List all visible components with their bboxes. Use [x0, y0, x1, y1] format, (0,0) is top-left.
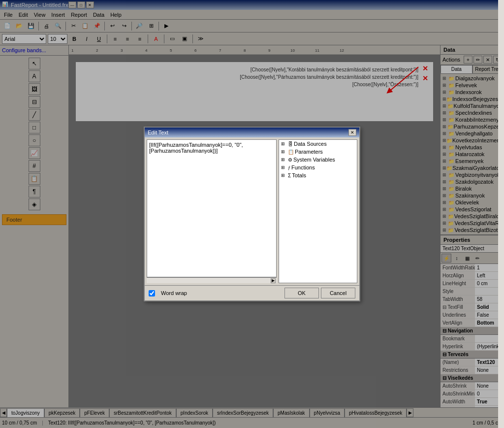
dialog-buttons: OK Cancel	[284, 288, 355, 298]
dialog-cancel-button[interactable]: Cancel	[321, 288, 355, 298]
dialog-footer: Word wrap OK Cancel	[145, 285, 359, 300]
dialog-body: [IIf([ParhuzamosTanulmanyok]==0, "0", [P…	[145, 137, 359, 285]
dialog-tree-totals[interactable]: ⊞ Σ Totals	[279, 171, 357, 179]
text-editor[interactable]: [IIf([ParhuzamosTanulmanyok]==0, "0", [P…	[147, 139, 277, 277]
edit-text-dialog: Edit Text ✕ [IIf([ParhuzamosTanulmanyok]…	[144, 127, 360, 301]
word-wrap-label: Word wrap	[161, 290, 187, 296]
dialog-titlebar: Edit Text ✕	[145, 128, 359, 137]
dialog-tree[interactable]: ⊞ 🗄 Data Sources ⊞ 📋 Parameters ⊞ ⚙ Syst…	[279, 139, 357, 283]
dialog-title: Edit Text	[148, 130, 168, 135]
dialog-tree-system-variables[interactable]: ⊞ ⚙ System Variables	[279, 156, 357, 164]
word-wrap-checkbox[interactable]	[149, 290, 155, 296]
dialog-ok-button[interactable]: OK	[284, 288, 319, 298]
dialog-tree-parameters[interactable]: ⊞ 📋 Parameters	[279, 148, 357, 156]
dialog-hscrollbar[interactable]: ▶	[147, 277, 277, 283]
modal-overlay: Edit Text ✕ [IIf([ParhuzamosTanulmanyok]…	[0, 0, 504, 428]
dialog-close-button[interactable]: ✕	[348, 129, 356, 136]
dialog-left: [IIf([ParhuzamosTanulmanyok]==0, "0", [P…	[147, 139, 277, 283]
dialog-tree-data-sources[interactable]: ⊞ 🗄 Data Sources	[279, 140, 357, 148]
dialog-tree-functions[interactable]: ⊞ ƒ Functions	[279, 164, 357, 171]
